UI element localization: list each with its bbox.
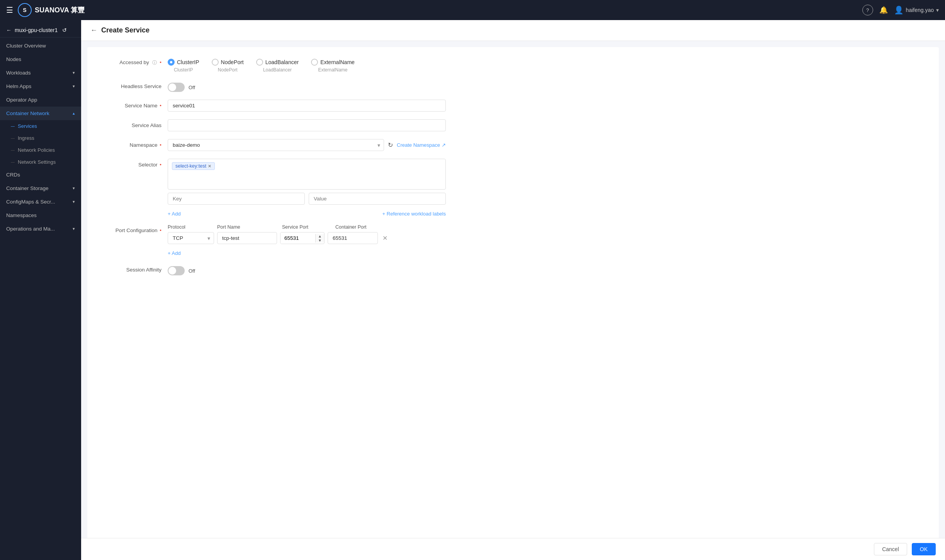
- back-cluster-icon[interactable]: ←: [6, 27, 12, 33]
- page-header: ← Create Service: [81, 20, 945, 41]
- radio-sublabel-clusterip: ClusterIP: [174, 67, 193, 73]
- port-config-row: Port Configuration • Protocol Port Name …: [100, 224, 926, 256]
- service-port-spinners: ▲ ▼: [315, 234, 324, 243]
- sidebar-sub-item-network-policies[interactable]: Network Policies: [0, 144, 81, 156]
- protocol-select[interactable]: TCP UDP SCTP: [168, 232, 214, 244]
- chevron-down-icon: ▾: [936, 7, 939, 13]
- chevron-up-icon: ▴: [73, 111, 75, 116]
- accessed-by-label: Accessed by ⓘ •: [100, 56, 161, 66]
- radio-group-container: ClusterIP ClusterIP NodePort NodePort: [168, 56, 446, 73]
- namespace-select[interactable]: baize-demo default kube-system: [168, 139, 384, 151]
- remove-port-button[interactable]: ✕: [382, 234, 388, 242]
- headless-service-toggle[interactable]: [168, 83, 185, 92]
- protocol-select-wrap: TCP UDP SCTP ▾: [168, 232, 214, 244]
- protocol-col-header: Protocol: [168, 224, 214, 230]
- service-name-input[interactable]: [168, 100, 446, 112]
- namespace-select-wrap: baize-demo default kube-system ▾: [168, 139, 384, 151]
- create-namespace-link[interactable]: Create Namespace ↗: [397, 142, 446, 148]
- radio-nodeport[interactable]: NodePort NodePort: [212, 59, 244, 73]
- port-name-input[interactable]: [217, 232, 277, 244]
- headless-service-label: Headless Service: [100, 80, 161, 89]
- radio-sublabel-loadbalancer: LoadBalancer: [263, 67, 292, 73]
- radio-circle-clusterip[interactable]: [168, 59, 175, 66]
- session-affinity-toggle[interactable]: [168, 266, 185, 275]
- sidebar-item-operator-app[interactable]: Operator App: [0, 93, 81, 107]
- cancel-button[interactable]: Cancel: [874, 543, 907, 555]
- service-name-label: Service Name •: [100, 100, 161, 109]
- radio-label-externalname: ExternalName: [320, 59, 355, 65]
- service-alias-input[interactable]: [168, 119, 446, 131]
- help-icon[interactable]: ⓘ: [152, 60, 157, 65]
- kv-actions: + Add + Reference workload labels: [168, 208, 446, 217]
- sidebar-sub-item-network-settings[interactable]: Network Settings: [0, 156, 81, 168]
- service-alias-label: Service Alias: [100, 119, 161, 128]
- headless-service-toggle-label: Off: [189, 85, 195, 90]
- radio-clusterip[interactable]: ClusterIP ClusterIP: [168, 59, 199, 73]
- radio-label-clusterip: ClusterIP: [177, 59, 199, 65]
- service-port-up-button[interactable]: ▲: [316, 234, 324, 238]
- sidebar-item-crds[interactable]: CRDs: [0, 168, 81, 182]
- sidebar-item-configmaps[interactable]: ConfigMaps & Secr... ▾: [0, 195, 81, 209]
- page-title: Create Service: [101, 26, 150, 34]
- logo-text: SUANOVA 算豐: [35, 5, 85, 15]
- add-port-button[interactable]: + Add: [168, 250, 181, 256]
- user-icon: 👤: [894, 5, 904, 15]
- radio-circle-externalname[interactable]: [311, 59, 318, 66]
- container-port-input[interactable]: [328, 232, 378, 244]
- required-dot: •: [160, 59, 161, 65]
- cluster-header: ← muxi-gpu-cluster1 ↺: [0, 23, 81, 37]
- selector-required: •: [160, 162, 161, 168]
- ok-button[interactable]: OK: [912, 543, 936, 555]
- value-input[interactable]: [309, 193, 446, 205]
- session-affinity-toggle-label: Off: [189, 268, 195, 274]
- help-icon[interactable]: ?: [862, 5, 873, 15]
- reference-workload-labels-button[interactable]: + Reference workload labels: [382, 211, 446, 217]
- sidebar-sub-item-services[interactable]: Services: [0, 120, 81, 132]
- sidebar-item-operations[interactable]: Operations and Ma... ▾: [0, 222, 81, 236]
- logo-icon: S: [18, 3, 32, 17]
- navbar: ☰ S SUANOVA 算豐 ? 🔔 👤 haifeng.yao ▾: [0, 0, 945, 20]
- radio-circle-nodeport[interactable]: [212, 59, 219, 66]
- bell-icon[interactable]: 🔔: [879, 6, 888, 14]
- key-input[interactable]: [168, 193, 305, 205]
- sidebar: ← muxi-gpu-cluster1 ↺ Cluster Overview N…: [0, 20, 81, 560]
- selector-content: select-key:test ✕ + Add + Reference work…: [168, 159, 446, 217]
- radio-loadbalancer[interactable]: LoadBalancer LoadBalancer: [256, 59, 299, 73]
- headless-service-content: Off: [168, 80, 446, 92]
- sidebar-item-nodes[interactable]: Nodes: [0, 53, 81, 66]
- back-button[interactable]: ←: [90, 26, 97, 34]
- refresh-cluster-icon[interactable]: ↺: [62, 27, 67, 33]
- selector-box[interactable]: select-key:test ✕: [168, 159, 446, 190]
- cluster-name: muxi-gpu-cluster1: [15, 27, 58, 33]
- chevron-down-icon: ▾: [73, 84, 75, 89]
- sidebar-item-cluster-overview[interactable]: Cluster Overview: [0, 39, 81, 53]
- port-config-content: Protocol Port Name Service Port Containe…: [168, 224, 446, 256]
- add-selector-button[interactable]: + Add: [168, 211, 181, 217]
- sidebar-item-container-storage[interactable]: Container Storage ▾: [0, 182, 81, 195]
- sidebar-item-namespaces[interactable]: Namespaces: [0, 209, 81, 222]
- refresh-namespace-button[interactable]: ↻: [388, 141, 393, 149]
- selector-tag-text: select-key:test: [175, 163, 206, 169]
- selector-tag-remove[interactable]: ✕: [208, 164, 211, 169]
- service-port-input[interactable]: [280, 232, 315, 244]
- sidebar-sub-item-ingress[interactable]: Ingress: [0, 132, 81, 144]
- radio-circle-loadbalancer[interactable]: [256, 59, 263, 66]
- radio-sublabel-externalname: ExternalName: [318, 67, 347, 73]
- external-link-icon: ↗: [442, 142, 446, 148]
- username: haifeng.yao: [906, 7, 934, 13]
- session-affinity-content: Off: [168, 264, 446, 275]
- radio-externalname[interactable]: ExternalName ExternalName: [311, 59, 355, 73]
- port-config-header: Protocol Port Name Service Port Containe…: [168, 224, 446, 230]
- main-content: ← Create Service Accessed by ⓘ • C: [81, 20, 945, 560]
- service-port-down-button[interactable]: ▼: [316, 238, 324, 243]
- navbar-right: ? 🔔 👤 haifeng.yao ▾: [862, 5, 939, 15]
- service-name-required: •: [160, 103, 161, 109]
- port-config-required: •: [160, 227, 161, 233]
- sidebar-item-container-network[interactable]: Container Network ▴: [0, 107, 81, 120]
- sidebar-item-helm-apps[interactable]: Helm Apps ▾: [0, 80, 81, 93]
- menu-icon[interactable]: ☰: [6, 5, 13, 15]
- chevron-down-icon: ▾: [73, 226, 75, 231]
- sidebar-item-workloads[interactable]: Workloads ▾: [0, 66, 81, 80]
- user-menu[interactable]: 👤 haifeng.yao ▾: [894, 5, 939, 15]
- port-config-label: Port Configuration •: [100, 224, 161, 233]
